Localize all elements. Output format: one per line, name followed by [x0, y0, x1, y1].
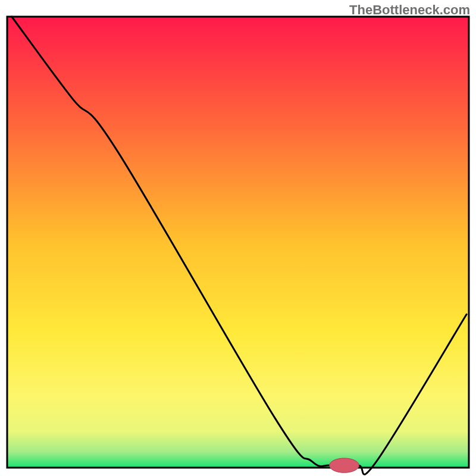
chart-svg	[0, 0, 476, 476]
watermark-text: TheBottleneck.com	[349, 2, 470, 18]
optimum-marker	[330, 458, 359, 472]
plot-background	[7, 17, 469, 468]
chart-container: TheBottleneck.com	[0, 0, 476, 476]
